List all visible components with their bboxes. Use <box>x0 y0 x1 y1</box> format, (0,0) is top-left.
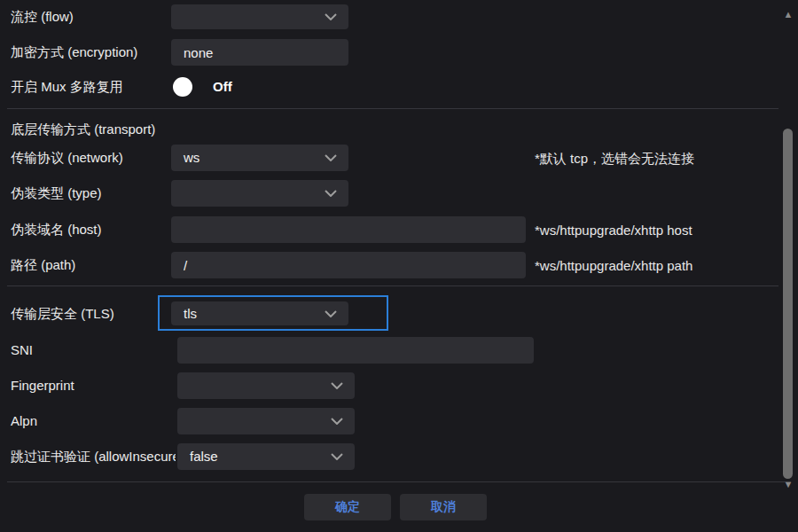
network-label: 传输协议 (network) <box>11 145 123 171</box>
fingerprint-dropdown[interactable] <box>177 372 355 399</box>
sni-label: SNI <box>11 337 33 364</box>
alpn-dropdown[interactable] <box>177 408 355 434</box>
encryption-input[interactable] <box>171 39 348 66</box>
alpn-label: Alpn <box>11 408 37 434</box>
sni-input[interactable] <box>177 337 534 364</box>
network-dropdown-value: ws <box>184 150 200 165</box>
flow-label: 流控 (flow) <box>11 4 74 30</box>
chevron-down-icon <box>325 154 337 161</box>
encryption-label: 加密方式 (encryption) <box>11 39 137 66</box>
network-dropdown[interactable]: ws <box>171 145 348 171</box>
host-input[interactable] <box>171 216 526 243</box>
allow-insecure-dropdown-value: false <box>190 449 218 464</box>
tls-label: 传输层安全 (TLS) <box>11 301 114 327</box>
transport-section-label: 底层传输方式 (transport) <box>11 121 155 138</box>
type-label: 伪装类型 (type) <box>11 180 102 207</box>
mux-toggle[interactable] <box>173 77 192 97</box>
mux-label: 开启 Mux 多路复用 <box>11 74 123 100</box>
scroll-down-icon[interactable]: ▼ <box>782 480 794 489</box>
ok-button[interactable]: 确定 <box>304 494 391 520</box>
fingerprint-label: Fingerprint <box>11 372 74 399</box>
scroll-up-icon[interactable]: ▲ <box>782 10 794 19</box>
allow-insecure-label: 跳过证书验证 (allowInsecure <box>11 443 176 470</box>
type-dropdown[interactable] <box>171 180 348 207</box>
tls-dropdown-value: tls <box>184 306 197 321</box>
section-divider <box>7 108 778 109</box>
scrollbar-thumb[interactable] <box>783 129 793 479</box>
host-hint: *ws/httpupgrade/xhttp host <box>535 223 692 238</box>
chevron-down-icon <box>325 13 337 20</box>
flow-dropdown[interactable] <box>171 4 348 29</box>
chevron-down-icon <box>331 453 343 460</box>
chevron-down-icon <box>331 382 343 389</box>
chevron-down-icon <box>331 418 343 425</box>
network-hint: *默认 tcp，选错会无法连接 <box>535 151 694 168</box>
footer-divider <box>7 481 791 482</box>
chevron-down-icon <box>325 190 337 197</box>
allow-insecure-dropdown[interactable]: false <box>177 443 355 470</box>
tls-dropdown[interactable]: tls <box>171 301 348 325</box>
path-label: 路径 (path) <box>11 252 75 278</box>
vertical-scrollbar: ▲ ▼ <box>778 0 798 532</box>
host-label: 伪装域名 (host) <box>11 216 102 243</box>
mux-toggle-state: Off <box>213 75 232 98</box>
chevron-down-icon <box>325 310 337 317</box>
cancel-button[interactable]: 取消 <box>400 494 487 520</box>
section-divider <box>7 286 778 286</box>
path-input[interactable] <box>171 252 526 278</box>
path-hint: *ws/httpupgrade/xhttp path <box>535 258 692 273</box>
